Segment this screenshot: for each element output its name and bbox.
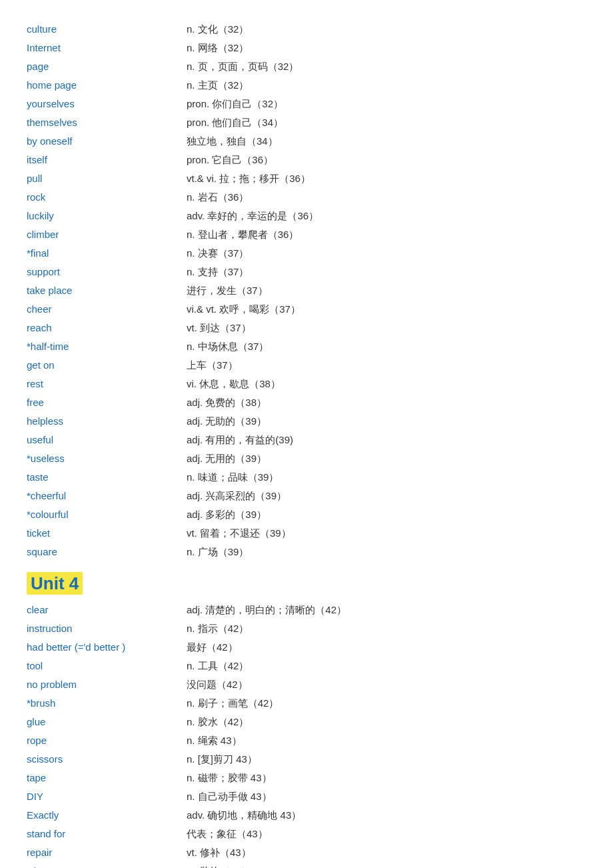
- word-chinese: n. 文化（32）: [187, 21, 586, 37]
- word-chinese: adj. 兴高采烈的（39）: [187, 488, 586, 504]
- list-item: clearadj. 清楚的，明白的；清晰的（42）: [27, 601, 586, 619]
- word-english: cheer: [27, 301, 187, 317]
- list-item: get on上车（37）: [27, 356, 586, 375]
- word-chinese: n. 主页（32）: [187, 77, 586, 93]
- word-chinese: n. [复]剪刀 43）: [187, 751, 586, 767]
- word-english: *brush: [27, 695, 187, 711]
- list-item: scissorsn. [复]剪刀 43）: [27, 750, 586, 769]
- word-chinese: vt.& vi. 拉；拖；移开（36）: [187, 171, 586, 187]
- word-english: tool: [27, 658, 187, 674]
- list-item: tooln. 工具（42）: [27, 657, 586, 675]
- word-english: free: [27, 395, 187, 411]
- word-english: take place: [27, 283, 187, 299]
- word-english: DIY: [27, 789, 187, 805]
- word-english: useful: [27, 432, 187, 448]
- word-english: ticket: [27, 525, 187, 541]
- word-chinese: vt. 装饰（43）: [187, 863, 586, 868]
- list-item: *cheerfuladj. 兴高采烈的（39）: [27, 487, 586, 505]
- word-chinese: n. 指示（42）: [187, 621, 586, 637]
- word-chinese: pron. 它自己（36）: [187, 152, 586, 168]
- list-item: *decoratevt. 装饰（43）: [27, 862, 586, 868]
- word-chinese: adj. 多彩的（39）: [187, 507, 586, 523]
- word-chinese: n. 工具（42）: [187, 658, 586, 674]
- list-item: usefuladj. 有用的，有益的(39): [27, 431, 586, 449]
- list-item: home pagen. 主页（32）: [27, 76, 586, 95]
- word-chinese: adj. 有用的，有益的(39): [187, 432, 586, 448]
- word-english: luckily: [27, 208, 187, 224]
- word-english: Internet: [27, 40, 187, 56]
- word-chinese: n. 决赛（37）: [187, 245, 586, 261]
- list-item: climbern. 登山者，攀爬者（36）: [27, 225, 586, 244]
- word-chinese: 上车（37）: [187, 357, 586, 373]
- list-item: ticketvt. 留着；不退还（39）: [27, 524, 586, 543]
- word-english: itself: [27, 152, 187, 168]
- word-english: square: [27, 544, 187, 560]
- word-english: rest: [27, 376, 187, 392]
- list-item: pullvt.& vi. 拉；拖；移开（36）: [27, 169, 586, 188]
- word-english: rope: [27, 733, 187, 749]
- list-item: by oneself独立地，独自（34）: [27, 132, 586, 151]
- list-item: ropen. 绳索 43）: [27, 731, 586, 750]
- word-english: *colourful: [27, 507, 187, 523]
- word-english: rock: [27, 189, 187, 205]
- word-chinese: n. 页，页面，页码（32）: [187, 59, 586, 75]
- list-item: take place进行，发生（37）: [27, 281, 586, 300]
- list-item: luckilyadv. 幸好的，幸运的是（36）: [27, 207, 586, 225]
- list-item: had better (='d better )最好（42）: [27, 638, 586, 657]
- word-chinese: adj. 免费的（38）: [187, 395, 586, 411]
- word-chinese: vt. 修补（43）: [187, 845, 586, 861]
- word-chinese: vi. 休息，歇息（38）: [187, 376, 586, 392]
- word-english: *final: [27, 245, 187, 261]
- list-item: instructionn. 指示（42）: [27, 619, 586, 638]
- word-english: *half-time: [27, 339, 187, 355]
- list-item: *uselessadj. 无用的（39）: [27, 449, 586, 468]
- word-english: *useless: [27, 451, 187, 467]
- word-chinese: n. 自己动手做 43）: [187, 789, 586, 805]
- word-english: *decorate: [27, 863, 187, 868]
- word-chinese: n. 支持（37）: [187, 264, 586, 280]
- word-english: climber: [27, 227, 187, 243]
- word-english: repair: [27, 845, 187, 861]
- word-english: scissors: [27, 751, 187, 767]
- word-chinese: n. 绳索 43）: [187, 733, 586, 749]
- list-item: rockn. 岩石（36）: [27, 188, 586, 207]
- list-item: squaren. 广场（39）: [27, 543, 586, 561]
- word-chinese: vi.& vt. 欢呼，喝彩（37）: [187, 301, 586, 317]
- list-item: Internetn. 网络（32）: [27, 39, 586, 57]
- word-chinese: n. 味道；品味（39）: [187, 469, 586, 485]
- word-english: clear: [27, 602, 187, 618]
- list-item: *colourfuladj. 多彩的（39）: [27, 505, 586, 524]
- word-chinese: vt. 到达（37）: [187, 320, 586, 336]
- list-item: cheervi.& vt. 欢呼，喝彩（37）: [27, 300, 586, 319]
- word-chinese: n. 网络（32）: [187, 40, 586, 56]
- word-english: themselves: [27, 115, 187, 131]
- word-english: by oneself: [27, 133, 187, 149]
- word-chinese: 最好（42）: [187, 639, 586, 655]
- list-item: *brushn. 刷子；画笔（42）: [27, 694, 586, 713]
- list-item: itselfpron. 它自己（36）: [27, 151, 586, 169]
- word-chinese: 没问题（42）: [187, 677, 586, 693]
- word-english: had better (='d better ): [27, 639, 187, 655]
- word-chinese: n. 刷子；画笔（42）: [187, 695, 586, 711]
- list-item: gluen. 胶水（42）: [27, 713, 586, 731]
- list-item: supportn. 支持（37）: [27, 263, 586, 281]
- word-english: pull: [27, 171, 187, 187]
- word-chinese: 进行，发生（37）: [187, 283, 586, 299]
- word-english: glue: [27, 714, 187, 730]
- word-chinese: vt. 留着；不退还（39）: [187, 525, 586, 541]
- list-item: reachvt. 到达（37）: [27, 319, 586, 337]
- list-item: yourselvespron. 你们自己（32）: [27, 95, 586, 113]
- word-chinese: 代表；象征（43）: [187, 826, 586, 842]
- list-item: DIYn. 自己动手做 43）: [27, 787, 586, 806]
- word-english: yourselves: [27, 96, 187, 112]
- word-english: get on: [27, 357, 187, 373]
- list-item: helplessadj. 无助的（39）: [27, 412, 586, 431]
- word-english: reach: [27, 320, 187, 336]
- word-chinese: n. 岩石（36）: [187, 189, 586, 205]
- word-english: home page: [27, 77, 187, 93]
- word-chinese: pron. 他们自己（34）: [187, 115, 586, 131]
- word-english: tape: [27, 770, 187, 786]
- word-chinese: adv. 幸好的，幸运的是（36）: [187, 208, 586, 224]
- word-chinese: n. 胶水（42）: [187, 714, 586, 730]
- word-chinese: n. 中场休息（37）: [187, 339, 586, 355]
